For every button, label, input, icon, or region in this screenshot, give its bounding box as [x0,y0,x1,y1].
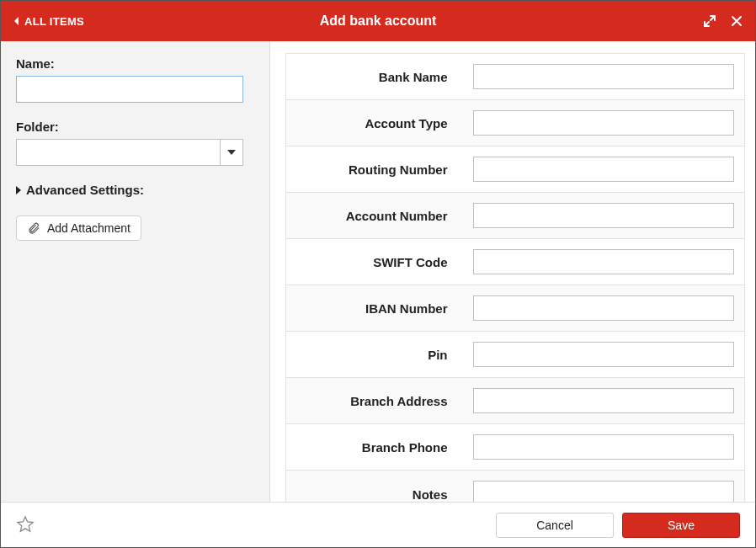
form-row: Pin [286,332,745,378]
favorite-button[interactable] [16,515,36,535]
dialog-title: Add bank account [320,13,437,29]
folder-dropdown-button[interactable] [220,139,243,166]
field-label: Bank Name [286,54,463,100]
field-input[interactable] [473,295,735,321]
field-cell [463,424,745,471]
field-cell [463,285,745,332]
field-cell [463,471,745,503]
back-label: ALL ITEMS [24,15,84,28]
footer: Cancel Save [1,502,755,547]
advanced-settings-label: Advanced Settings: [26,183,144,197]
form-row: Branch Address [286,378,745,424]
advanced-settings-toggle[interactable]: Advanced Settings: [16,183,254,197]
field-cell [463,146,745,193]
field-input[interactable] [473,203,735,228]
form-row: Branch Phone [286,424,745,471]
field-input[interactable] [473,110,735,136]
expand-icon[interactable] [703,14,716,28]
field-input[interactable] [473,157,735,182]
field-label: IBAN Number [286,285,463,332]
back-all-items[interactable]: ALL ITEMS [13,15,84,28]
add-attachment-label: Add Attachment [47,221,130,235]
sidebar: Name: Folder: Advanced Settings: Add Att… [1,41,270,502]
field-input[interactable] [473,64,735,89]
field-cell [463,239,745,285]
field-input[interactable] [473,481,735,502]
dialog-body: Name: Folder: Advanced Settings: Add Att… [1,41,755,502]
form-row: Account Type [286,100,745,146]
field-label: Account Type [286,100,463,146]
name-section: Name: [16,56,254,103]
form-row: Bank Name [286,54,745,100]
field-label: Account Number [286,193,463,239]
add-bank-account-dialog: ALL ITEMS Add bank account Name: Folder: [0,0,756,548]
field-input[interactable] [473,434,735,460]
field-label: Notes [286,471,463,503]
field-label: Branch Phone [286,424,463,471]
star-icon [16,515,35,534]
paperclip-icon [27,221,40,235]
field-input[interactable] [473,249,735,274]
add-attachment-button[interactable]: Add Attachment [16,215,141,241]
field-label: Branch Address [286,378,463,424]
field-input[interactable] [473,388,735,413]
form-row: Notes [286,471,745,503]
field-label: SWIFT Code [286,239,463,285]
chevron-down-icon [227,150,236,155]
form-table: Bank NameAccount TypeRouting NumberAccou… [285,53,745,502]
save-button[interactable]: Save [622,513,740,538]
close-icon[interactable] [730,14,743,28]
form-row: SWIFT Code [286,239,745,285]
field-label: Routing Number [286,146,463,193]
folder-combo [16,139,243,166]
titlebar: ALL ITEMS Add bank account [1,1,755,41]
form-scroll-area[interactable]: Bank NameAccount TypeRouting NumberAccou… [270,41,755,502]
folder-section: Folder: [16,120,254,166]
title-actions [703,14,743,28]
chevron-right-icon [16,186,21,194]
field-label: Pin [286,332,463,378]
chevron-left-icon [13,16,19,26]
field-cell [463,100,745,146]
field-cell [463,378,745,424]
folder-label: Folder: [16,120,254,134]
field-cell [463,332,745,378]
cancel-button[interactable]: Cancel [496,513,614,538]
form-row: IBAN Number [286,285,745,332]
field-cell [463,54,745,100]
field-input[interactable] [473,342,735,367]
field-cell [463,193,745,239]
form-row: Routing Number [286,146,745,193]
folder-input[interactable] [16,139,220,166]
form-row: Account Number [286,193,745,239]
name-input[interactable] [16,76,243,103]
name-label: Name: [16,56,254,71]
